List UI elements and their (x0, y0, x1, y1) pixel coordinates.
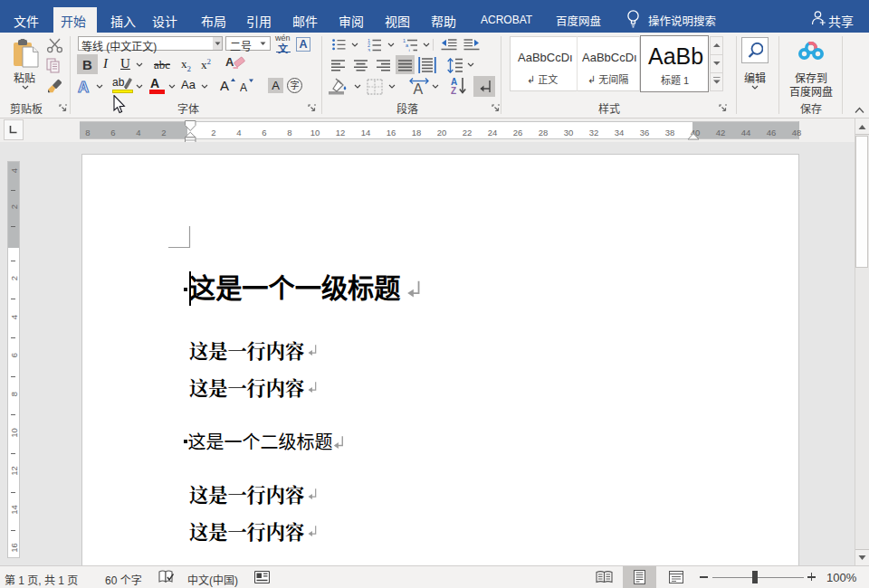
svg-text:A: A (225, 55, 234, 69)
svg-text:A: A (78, 79, 89, 95)
svg-text:A: A (240, 81, 247, 92)
svg-text:i: i (409, 48, 410, 52)
svg-text:A: A (220, 78, 229, 92)
svg-text:3: 3 (368, 48, 370, 52)
svg-text:A: A (414, 81, 424, 95)
svg-text:Z: Z (451, 86, 456, 95)
